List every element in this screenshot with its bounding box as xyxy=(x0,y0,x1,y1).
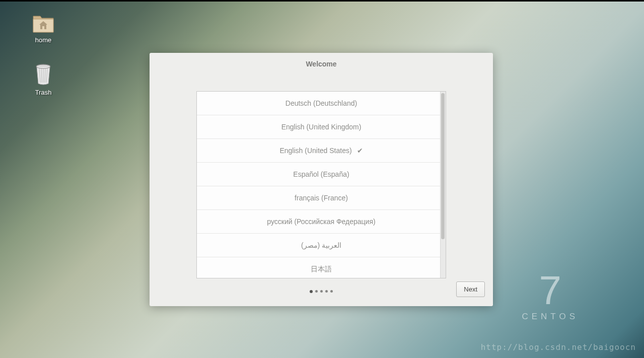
folder-home-icon xyxy=(32,13,54,33)
language-label: العربية (مصر) xyxy=(301,241,341,249)
page-dot xyxy=(325,290,328,293)
next-button[interactable]: Next xyxy=(456,281,485,297)
language-list-container: Deutsch (Deutschland)English (United Kin… xyxy=(196,91,446,278)
check-icon: ✔ xyxy=(357,147,363,155)
centos-name: CENTOS xyxy=(522,312,579,322)
desktop-icon-trash[interactable]: Trash xyxy=(23,63,63,96)
scrollbar-track[interactable] xyxy=(440,92,446,278)
language-item[interactable]: English (United Kingdom) xyxy=(197,115,446,139)
watermark: http://blog.csdn.net/baigoocn xyxy=(481,342,636,352)
language-item[interactable]: русский (Российская Федерация) xyxy=(197,210,446,234)
page-dot xyxy=(320,290,323,293)
language-item[interactable]: 日本語 xyxy=(197,257,446,278)
trash-icon xyxy=(34,63,52,86)
desktop-icon-label: home xyxy=(35,36,52,44)
desktop-icon-label: Trash xyxy=(35,89,52,96)
top-bar xyxy=(0,0,644,2)
language-item[interactable]: Deutsch (Deutschland) xyxy=(197,92,446,115)
language-label: English (United Kingdom) xyxy=(281,123,362,131)
language-item[interactable]: العربية (مصر) xyxy=(197,234,446,257)
language-label: Deutsch (Deutschland) xyxy=(285,99,357,107)
language-label: 日本語 xyxy=(311,265,332,274)
language-list[interactable]: Deutsch (Deutschland)English (United Kin… xyxy=(197,92,446,278)
language-item[interactable]: Español (España) xyxy=(197,163,446,186)
language-label: Español (España) xyxy=(293,170,349,178)
page-dot xyxy=(315,290,318,293)
dialog-title: Welcome xyxy=(150,53,493,75)
centos-version: 7 xyxy=(522,270,579,311)
page-indicator xyxy=(310,290,333,293)
page-dot xyxy=(330,290,333,293)
language-label: français (France) xyxy=(295,194,348,202)
page-dot xyxy=(310,290,313,293)
dialog-footer: Next xyxy=(150,277,493,306)
scrollbar-thumb[interactable] xyxy=(441,93,445,239)
centos-branding: 7 CENTOS xyxy=(522,270,579,322)
language-label: русский (Российская Федерация) xyxy=(267,218,375,226)
language-item[interactable]: français (France) xyxy=(197,186,446,210)
welcome-dialog: Welcome Deutsch (Deutschland)English (Un… xyxy=(150,53,493,306)
desktop-icon-home[interactable]: home xyxy=(23,13,63,44)
language-item[interactable]: English (United States)✔ xyxy=(197,139,446,163)
language-label: English (United States) xyxy=(279,147,351,155)
